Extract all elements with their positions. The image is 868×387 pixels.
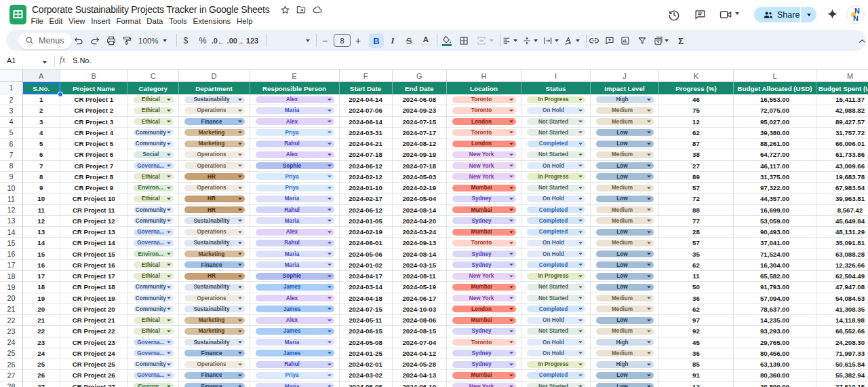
cell-A13[interactable]: 12 xyxy=(23,216,60,227)
cell-A4[interactable]: 3 xyxy=(23,117,60,128)
dropdown-chip[interactable]: Sustainability xyxy=(184,96,245,103)
dropdown-chip[interactable]: Rahul xyxy=(256,206,334,213)
dropdown-chip[interactable]: Mumbai xyxy=(452,372,516,379)
cell-J15[interactable]: Medium xyxy=(591,238,659,248)
dropdown-chip[interactable]: On Hold xyxy=(527,251,585,257)
dropdown-chip[interactable]: Completed xyxy=(527,229,585,236)
cell-F2[interactable]: 2024-04-14 xyxy=(340,94,393,105)
cell-H23[interactable]: Sydney xyxy=(447,326,521,337)
dropdown-chip[interactable]: Not Started xyxy=(527,295,585,301)
dropdown-chip[interactable]: Medium xyxy=(596,240,654,246)
header-cell-B1[interactable]: Project Name xyxy=(60,82,129,94)
cell-D28[interactable]: Finance xyxy=(179,382,250,387)
dropdown-chip[interactable]: Not Started xyxy=(527,383,585,387)
cell-D24[interactable]: Sustainability xyxy=(179,337,250,348)
column-header-H[interactable]: H xyxy=(447,70,521,82)
cell-A17[interactable]: 16 xyxy=(23,260,60,271)
cell-A20[interactable]: 19 xyxy=(23,293,60,304)
cell-I18[interactable]: In Progress xyxy=(521,271,591,282)
cell-G6[interactable]: 2024-08-12 xyxy=(393,139,448,149)
cell-G27[interactable]: 2024-04-13 xyxy=(393,370,448,381)
cell-G12[interactable]: 2024-08-14 xyxy=(393,205,448,216)
cell-L27[interactable]: 80,360.00 xyxy=(734,370,816,381)
cell-B8[interactable]: CR Project 7 xyxy=(60,161,129,172)
dropdown-chip[interactable]: On Hold xyxy=(527,107,585,114)
menu-insert[interactable]: Insert xyxy=(88,16,113,26)
cell-L22[interactable]: 14,235.00 xyxy=(734,315,816,326)
cell-J2[interactable]: High xyxy=(591,94,659,105)
dropdown-chip[interactable]: Medium xyxy=(596,217,654,224)
cell-E4[interactable]: Alex xyxy=(250,117,340,128)
row-header-11[interactable]: 11 xyxy=(0,194,23,204)
column-header-E[interactable]: E xyxy=(250,70,340,82)
document-title[interactable]: Corporate Sustainability Projects Tracke… xyxy=(32,4,269,15)
cell-A21[interactable]: 20 xyxy=(23,304,60,315)
cell-I23[interactable]: Not Started xyxy=(521,326,591,337)
cell-A7[interactable]: 6 xyxy=(23,149,60,160)
header-cell-I1[interactable]: Status xyxy=(521,82,591,94)
dropdown-chip[interactable]: Completed xyxy=(527,306,585,312)
cell-H10[interactable]: Mumbai xyxy=(447,183,521,194)
print-button[interactable] xyxy=(106,35,117,46)
cell-H26[interactable]: Sydney xyxy=(447,359,521,370)
dropdown-chip[interactable]: London xyxy=(452,141,516,147)
dropdown-chip[interactable]: London xyxy=(452,118,516,125)
dropdown-chip[interactable]: Mumbai xyxy=(452,185,516,191)
cell-B22[interactable]: CR Project 21 xyxy=(60,315,129,326)
cell-K26[interactable]: 85 xyxy=(659,359,734,370)
header-cell-F1[interactable]: Start Date xyxy=(340,82,393,94)
text-wrap-caret[interactable] xyxy=(555,39,559,42)
cell-H28[interactable]: New York xyxy=(447,382,521,387)
functions-button[interactable]: Σ xyxy=(678,35,684,45)
cell-D20[interactable]: Operations xyxy=(179,293,250,304)
italic-button[interactable]: I xyxy=(391,35,394,46)
cell-G19[interactable]: 2024-05-19 xyxy=(393,282,448,293)
cell-L13[interactable]: 53,059.00 xyxy=(734,216,816,227)
cell-C20[interactable]: Community xyxy=(128,293,179,304)
header-cell-D1[interactable]: Department xyxy=(179,82,250,94)
cell-A11[interactable]: 10 xyxy=(23,194,60,204)
header-cell-H1[interactable]: Location xyxy=(447,82,521,94)
cell-M5[interactable]: 31,757.72 xyxy=(816,128,868,139)
dropdown-chip[interactable]: Ethical xyxy=(134,107,174,114)
cell-H16[interactable]: Sydney xyxy=(447,249,521,260)
cell-F23[interactable]: 2024-06-15 xyxy=(340,326,393,337)
dropdown-chip[interactable]: James xyxy=(256,284,334,291)
dropdown-chip[interactable]: Maria xyxy=(256,251,334,257)
cell-D27[interactable]: Finance xyxy=(179,370,250,381)
dropdown-chip[interactable]: Medium xyxy=(596,295,654,301)
cell-H17[interactable]: Sydney xyxy=(447,260,521,271)
dropdown-chip[interactable]: Not Started xyxy=(527,129,585,136)
cell-H14[interactable]: Mumbai xyxy=(447,227,521,238)
cell-F17[interactable]: 2024-01-02 xyxy=(340,260,393,271)
cell-H5[interactable]: Toronto xyxy=(447,128,521,139)
bold-button[interactable]: B xyxy=(373,35,379,45)
cell-L2[interactable]: 16,553.00 xyxy=(734,94,816,105)
cell-E3[interactable]: Maria xyxy=(250,105,340,116)
cell-J17[interactable]: Low xyxy=(591,260,659,271)
cell-J18[interactable]: Low xyxy=(591,271,659,282)
cell-E26[interactable]: Rahul xyxy=(250,359,340,370)
cell-E28[interactable]: Maria xyxy=(250,382,340,387)
menu-view[interactable]: View xyxy=(66,16,88,26)
cell-I26[interactable]: In Progress xyxy=(521,359,591,370)
cell-L9[interactable]: 31,375.00 xyxy=(734,172,816,183)
dropdown-chip[interactable]: Maria xyxy=(256,107,334,114)
column-header-I[interactable]: I xyxy=(521,70,591,82)
dropdown-chip[interactable]: Finance xyxy=(184,261,245,268)
select-all-corner[interactable] xyxy=(0,70,23,82)
cell-I24[interactable]: On Hold xyxy=(521,337,591,348)
cell-I11[interactable]: On Hold xyxy=(521,194,591,204)
dropdown-chip[interactable]: Low xyxy=(596,229,654,236)
cell-E18[interactable]: Sophie xyxy=(250,271,340,282)
dropdown-chip[interactable]: Medium xyxy=(596,328,654,335)
row-header-16[interactable]: 16 xyxy=(0,249,23,260)
row-header-17[interactable]: 17 xyxy=(0,260,23,271)
star-icon[interactable] xyxy=(279,4,290,15)
cell-G3[interactable]: 2024-09-23 xyxy=(393,105,448,116)
row-header-15[interactable]: 15 xyxy=(0,238,23,248)
column-header-K[interactable]: K xyxy=(659,70,734,82)
cell-E19[interactable]: James xyxy=(250,282,340,293)
dropdown-chip[interactable]: Completed xyxy=(527,372,585,379)
cell-B23[interactable]: CR Project 22 xyxy=(60,326,129,337)
